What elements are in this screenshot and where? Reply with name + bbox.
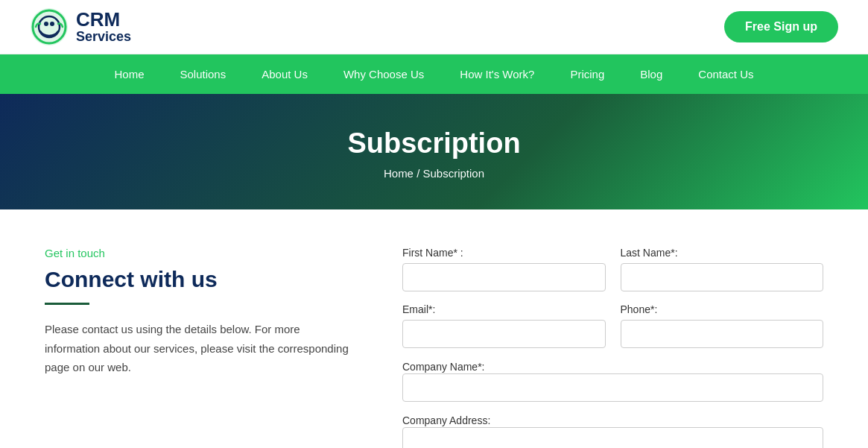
first-name-input[interactable] xyxy=(402,263,606,291)
last-name-input[interactable] xyxy=(621,263,824,291)
email-label: Email*: xyxy=(402,303,606,315)
nav-solutions[interactable]: Solutions xyxy=(162,54,244,94)
email-input[interactable] xyxy=(402,320,606,348)
name-row: First Name* : Last Name*: xyxy=(402,247,823,291)
company-name-label: Company Name*: xyxy=(402,361,485,373)
nav-blog[interactable]: Blog xyxy=(622,54,680,94)
header: CRM Services Free Sign up xyxy=(0,0,868,54)
nav-how-it-works[interactable]: How It's Work? xyxy=(442,54,552,94)
left-panel: Get in touch Connect with us Please cont… xyxy=(45,247,358,377)
breadcrumb-separator: / xyxy=(416,167,419,180)
company-name-input[interactable] xyxy=(402,373,823,402)
logo-services: Services xyxy=(76,30,131,45)
nav-about-us[interactable]: About Us xyxy=(244,54,326,94)
description-text: Please contact us using the details belo… xyxy=(45,320,358,377)
logo-text: CRM Services xyxy=(76,9,131,45)
first-name-group: First Name* : xyxy=(402,247,606,291)
main-content: Get in touch Connect with us Please cont… xyxy=(0,209,868,448)
phone-label: Phone*: xyxy=(621,303,824,315)
phone-input[interactable] xyxy=(621,320,824,348)
company-address-row: Company Address: xyxy=(402,414,823,448)
logo-crm: CRM xyxy=(76,9,131,31)
main-nav: Home Solutions About Us Why Choose Us Ho… xyxy=(0,54,868,94)
email-group: Email*: xyxy=(402,303,606,348)
nav-contact-us[interactable]: Contact Us xyxy=(680,54,771,94)
hero-title: Subscription xyxy=(15,127,853,160)
logo-icon xyxy=(30,7,69,46)
logo-area: CRM Services xyxy=(30,7,131,46)
divider-line xyxy=(45,303,89,305)
company-name-row: Company Name*: xyxy=(402,360,823,402)
breadcrumb-home: Home xyxy=(384,167,414,180)
breadcrumb: Home / Subscription xyxy=(15,167,853,180)
svg-point-3 xyxy=(44,22,48,26)
nav-home[interactable]: Home xyxy=(96,54,162,94)
last-name-label: Last Name*: xyxy=(621,247,824,259)
get-in-touch-label: Get in touch xyxy=(45,247,358,259)
phone-group: Phone*: xyxy=(621,303,824,348)
nav-pricing[interactable]: Pricing xyxy=(552,54,622,94)
breadcrumb-current: Subscription xyxy=(422,167,484,180)
first-name-label: First Name* : xyxy=(402,247,606,259)
email-phone-row: Email*: Phone*: xyxy=(402,303,823,348)
svg-point-4 xyxy=(50,22,54,26)
nav-why-choose-us[interactable]: Why Choose Us xyxy=(326,54,442,94)
free-signup-button[interactable]: Free Sign up xyxy=(724,11,838,42)
company-address-label: Company Address: xyxy=(402,414,490,426)
connect-title: Connect with us xyxy=(45,267,358,292)
company-address-input[interactable] xyxy=(402,427,823,448)
hero-banner: Subscription Home / Subscription xyxy=(0,94,868,209)
last-name-group: Last Name*: xyxy=(621,247,824,291)
subscription-form: First Name* : Last Name*: Email*: Phone*… xyxy=(402,247,823,448)
